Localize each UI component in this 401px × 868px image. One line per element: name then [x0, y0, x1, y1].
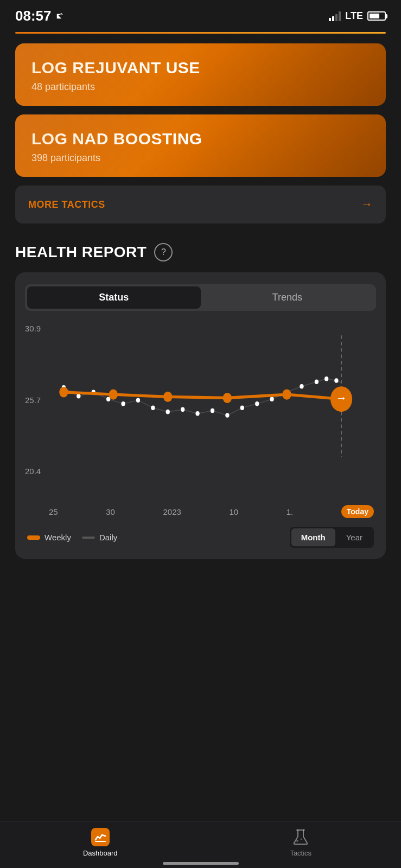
chart-footer: Weekly Daily Month Year	[25, 527, 376, 548]
x-label-10: 10	[229, 507, 238, 516]
svg-point-7	[151, 405, 155, 410]
svg-point-9	[181, 407, 184, 412]
dashboard-icon	[91, 828, 110, 846]
svg-point-12	[225, 413, 229, 418]
arrow-right-icon: →	[361, 197, 373, 212]
svg-point-31	[301, 839, 302, 840]
svg-point-13	[240, 405, 244, 410]
tactic-card-nad-subtitle: 398 participants	[31, 152, 370, 164]
svg-point-20	[334, 378, 338, 383]
dashboard-chart-icon	[94, 831, 106, 843]
more-tactics-button[interactable]: MORE TACTICS →	[15, 186, 386, 224]
status-right: LTE	[329, 10, 386, 22]
legend-weekly-icon	[27, 535, 40, 540]
chart-area: 30.9 25.7 20.4	[25, 324, 376, 497]
x-label-30: 30	[106, 507, 115, 516]
legend-weekly: Weekly	[27, 533, 71, 542]
nav-item-dashboard[interactable]: Dashboard	[0, 828, 201, 857]
battery-icon	[367, 11, 386, 21]
help-button[interactable]: ?	[154, 243, 173, 261]
main-content: LOG REJUVANT USE 48 participants LOG NAD…	[0, 43, 401, 635]
accent-line	[15, 32, 386, 34]
tactics-icon	[291, 828, 310, 846]
health-report-title: HEALTH REPORT	[15, 244, 147, 261]
x-label-1: 1.	[287, 507, 294, 516]
tactic-card-nad[interactable]: LOG NAD BOOSTING 398 participants	[15, 114, 386, 177]
svg-point-11	[211, 409, 214, 413]
battery-fill	[370, 14, 379, 18]
status-time: 08:57	[15, 8, 63, 24]
legend-daily-icon	[82, 537, 95, 539]
svg-point-18	[315, 379, 319, 384]
svg-point-5	[121, 401, 125, 406]
home-indicator	[163, 862, 239, 865]
lte-label: LTE	[345, 10, 363, 22]
period-tabs: Month Year	[290, 527, 374, 548]
chart-card: Status Trends 30.9 25.7 20.4	[15, 272, 386, 559]
svg-point-30	[296, 840, 298, 842]
bottom-nav: Dashboard Tactics	[0, 821, 401, 868]
more-tactics-label: MORE TACTICS	[28, 199, 105, 210]
help-icon: ?	[161, 247, 166, 257]
period-tab-year[interactable]: Year	[336, 528, 372, 546]
svg-point-23	[163, 392, 172, 402]
tab-status[interactable]: Status	[27, 286, 201, 309]
svg-point-24	[223, 393, 232, 403]
signal-bars	[329, 11, 341, 21]
svg-text:→: →	[336, 391, 347, 405]
svg-point-25	[282, 390, 291, 400]
tactic-card-nad-title: LOG NAD BOOSTING	[31, 130, 370, 148]
legend-daily: Daily	[82, 533, 117, 542]
chart-tabs: Status Trends	[25, 284, 376, 311]
svg-point-19	[324, 376, 328, 381]
svg-point-15	[270, 397, 273, 401]
legend-weekly-label: Weekly	[44, 533, 71, 542]
svg-point-14	[255, 401, 259, 406]
svg-point-22	[109, 390, 118, 400]
tactic-card-rejuvant-title: LOG REJUVANT USE	[31, 59, 370, 77]
legend-daily-label: Daily	[99, 533, 117, 542]
tactic-card-rejuvant-subtitle: 48 participants	[31, 81, 370, 93]
svg-point-17	[300, 384, 303, 389]
x-label-25: 25	[49, 507, 58, 516]
bottom-spacer	[15, 570, 386, 635]
svg-point-21	[59, 387, 68, 397]
nav-dashboard-label: Dashboard	[83, 849, 118, 857]
location-icon	[55, 12, 63, 21]
svg-point-2	[77, 394, 80, 399]
time-display: 08:57	[15, 8, 52, 24]
x-label-today: Today	[341, 505, 374, 518]
svg-point-8	[166, 410, 170, 414]
status-bar: 08:57 LTE	[0, 0, 401, 29]
nav-item-tactics[interactable]: Tactics	[201, 828, 402, 857]
health-report-header: HEALTH REPORT ?	[15, 243, 386, 261]
chart-svg: →	[25, 324, 376, 497]
period-tab-month[interactable]: Month	[291, 528, 335, 546]
x-label-2023: 2023	[163, 507, 181, 516]
x-axis-labels: 25 30 2023 10 1. Today	[25, 502, 376, 518]
svg-point-10	[195, 411, 199, 416]
chart-legend: Weekly Daily	[27, 533, 117, 542]
svg-point-6	[136, 398, 140, 403]
tactic-card-rejuvant[interactable]: LOG REJUVANT USE 48 participants	[15, 43, 386, 106]
tab-trends[interactable]: Trends	[201, 286, 374, 309]
flask-icon	[293, 829, 308, 845]
nav-tactics-label: Tactics	[290, 849, 311, 857]
